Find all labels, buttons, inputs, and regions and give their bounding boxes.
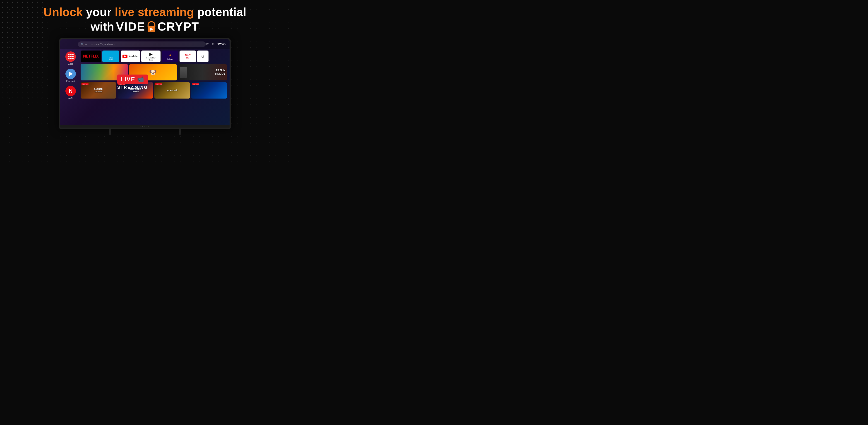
sidebar-item-apps[interactable]: Apps bbox=[65, 51, 76, 65]
netflix-n-letter: N bbox=[69, 88, 72, 94]
yt-play-triangle bbox=[124, 55, 126, 58]
headline-potential: potential bbox=[194, 5, 246, 19]
youtube-text: YouTube bbox=[129, 55, 138, 58]
cast-icon[interactable]: ⟳ bbox=[206, 42, 209, 46]
content-wrapper: Unlock your live streaming potential wit… bbox=[0, 0, 290, 163]
brand-logo: VIDE CRYPT bbox=[116, 20, 199, 33]
prime-text: primevideo bbox=[109, 57, 113, 60]
arjun-text: ARJUNREDDY bbox=[215, 69, 225, 76]
grid-dot bbox=[68, 56, 69, 57]
movie-thumb-arjun[interactable]: ARJUNREDDY bbox=[178, 64, 227, 80]
tv-leg-right bbox=[179, 129, 181, 135]
netflix-badge-sacred: NETFLIX bbox=[82, 83, 89, 85]
apps-icon bbox=[65, 51, 76, 62]
tv-clock: 12:45 bbox=[217, 42, 225, 46]
youtube-play-button bbox=[122, 55, 127, 58]
blue-show[interactable]: NETFLIX bbox=[191, 82, 227, 98]
tv-brand-label: CANDY bbox=[140, 126, 150, 128]
netflix-app-card[interactable]: NETFLIX bbox=[81, 51, 101, 62]
hotstar-text: hotstar bbox=[167, 58, 173, 60]
headline-live-streaming: live streaming bbox=[115, 5, 194, 19]
sidebar-item-play-next[interactable]: Play Next bbox=[65, 69, 76, 82]
tv-topbar: 🔍 arch movies, TV, and more ⟳ ⚙ 12:45 bbox=[60, 39, 229, 49]
apps-row: NETFLIX ⌒ primevideo bbox=[81, 51, 227, 62]
grid-dot bbox=[70, 54, 71, 55]
googleplay-icon: ▶ bbox=[149, 52, 153, 57]
netflix-app-logo: NETFLIX bbox=[83, 54, 98, 59]
hotstar-star-icon: ✦ bbox=[168, 53, 172, 58]
brand-crypt-text: CRYPT bbox=[158, 20, 199, 33]
sidebar-item-netflix[interactable]: N Netflix bbox=[65, 86, 76, 100]
googleplay-app-card[interactable]: ▶ Google PlayStore bbox=[141, 51, 160, 62]
sacred-games-title: SACREDGAMES bbox=[93, 87, 103, 93]
bahubali-show[interactable]: NETFLIX ஐயன்மாக்கள் bbox=[154, 82, 190, 98]
apps-label: Apps bbox=[68, 63, 73, 65]
tv-leg-left bbox=[109, 129, 111, 135]
grid-icon bbox=[68, 54, 73, 59]
grid-dot bbox=[68, 54, 69, 55]
youtube-app-card[interactable]: YouTube bbox=[121, 51, 140, 62]
play-next-icon bbox=[65, 69, 76, 79]
netflix-sidebar-icon: N bbox=[65, 86, 76, 96]
pet-emoji: 🐶 bbox=[149, 68, 157, 76]
prime-smile-icon: ⌒ bbox=[110, 53, 113, 57]
headline-your: your bbox=[83, 5, 115, 19]
camera-icon: 📹 bbox=[137, 76, 144, 82]
google-icon: G bbox=[202, 54, 204, 58]
googleplay-text: Google PlayStore bbox=[146, 57, 155, 61]
tv-search-bar[interactable]: 🔍 arch movies, TV, and more bbox=[78, 41, 206, 47]
tv-stand bbox=[59, 129, 231, 135]
arjun-title: ARJUNREDDY bbox=[215, 69, 225, 76]
grid-dot bbox=[70, 56, 71, 57]
sonyliv-app-card[interactable]: SONY LIV bbox=[180, 51, 196, 62]
grid-dot bbox=[70, 58, 71, 59]
streaming-label: STREAMING bbox=[117, 85, 148, 90]
tv-sidebar: Apps Play Next bbox=[63, 51, 78, 100]
arjun-figure bbox=[180, 66, 187, 78]
search-icon: 🔍 bbox=[81, 42, 84, 46]
sacred-games-show[interactable]: NETFLIX SACREDGAMES bbox=[81, 82, 116, 98]
live-badge-inner: LIVE 📹 bbox=[117, 75, 148, 84]
netflix-shows-row: NETFLIX SACREDGAMES NETFLIX STRANGERTHIN… bbox=[81, 82, 227, 98]
sony-text: SONY bbox=[185, 54, 191, 56]
tv-main-content: NETFLIX ⌒ primevideo bbox=[81, 51, 227, 100]
hotstar-app-card[interactable]: ✦ hotstar bbox=[162, 51, 178, 62]
search-placeholder-text: arch movies, TV, and more bbox=[85, 43, 115, 46]
netflix-badge-blue: NETFLIX bbox=[192, 83, 199, 85]
googlemusic-app-card[interactable]: G bbox=[197, 51, 209, 62]
netflix-badge-bahubali: NETFLIX bbox=[155, 83, 162, 85]
content-row-1: 🐶 ARJUNREDDY bbox=[81, 64, 227, 80]
netflix-label: Netflix bbox=[68, 97, 73, 100]
live-text: LIVE bbox=[120, 76, 135, 83]
live-streaming-badge: LIVE 📹 STREAMING bbox=[117, 75, 148, 90]
settings-icon[interactable]: ⚙ bbox=[212, 42, 215, 46]
headline-line2: with VIDE CRYPT bbox=[43, 20, 246, 33]
tv-topbar-icons: ⟳ ⚙ 12:45 bbox=[206, 42, 225, 46]
play-next-label: Play Next bbox=[66, 80, 75, 82]
grid-dot bbox=[72, 58, 73, 59]
grid-dot bbox=[68, 58, 69, 59]
primevideo-app-card[interactable]: ⌒ primevideo bbox=[102, 51, 119, 62]
tv-bottom-bezel: CANDY bbox=[60, 125, 229, 128]
liv-text: LIV bbox=[186, 57, 189, 59]
headline: Unlock your live streaming potential wit… bbox=[43, 5, 246, 34]
lock-play-icon bbox=[146, 21, 157, 33]
headline-unlock: Unlock bbox=[43, 5, 83, 19]
headline-with: with bbox=[91, 20, 114, 33]
bahubali-title: ஐயன்மாக்கள் bbox=[167, 89, 178, 92]
play-triangle-icon bbox=[69, 72, 73, 76]
grid-dot bbox=[72, 56, 73, 57]
brand-vide-text: VIDE bbox=[116, 20, 145, 33]
tv-section: LIVE 📹 STREAMING 🔍 arch movies, TV, and … bbox=[59, 36, 231, 135]
headline-line1: Unlock your live streaming potential bbox=[43, 5, 246, 19]
grid-dot bbox=[72, 54, 73, 55]
